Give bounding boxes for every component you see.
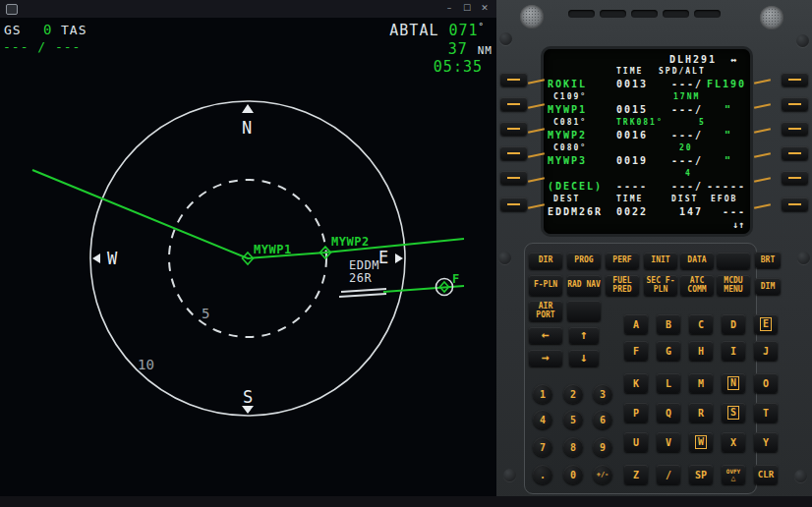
- titlebar: – ☐ ✕: [0, 0, 496, 18]
- waypoint1-label: MYWP1: [254, 243, 292, 256]
- fix-label: F: [452, 272, 459, 286]
- dim-key[interactable]: DIM: [755, 278, 781, 295]
- fpln-label-row: C109° 17NM: [544, 92, 750, 104]
- dest-ident: EDDM26R: [548, 206, 603, 217]
- range-label-inner: 5: [202, 306, 209, 321]
- slew-down-key[interactable]: ↓: [569, 350, 599, 366]
- vent-slot: [631, 10, 658, 18]
- key-y[interactable]: Y: [754, 432, 778, 452]
- key-9[interactable]: 9: [593, 437, 612, 457]
- lsk-right-3[interactable]: [782, 122, 808, 136]
- lsk-left-5[interactable]: [500, 171, 527, 185]
- key-space[interactable]: SP: [689, 465, 713, 484]
- key-w[interactable]: W: [689, 432, 713, 452]
- key-j[interactable]: J: [754, 341, 778, 361]
- key-m[interactable]: M: [689, 373, 713, 393]
- lsk-right-4[interactable]: [782, 146, 808, 160]
- key-e[interactable]: E: [754, 314, 778, 334]
- brt-key[interactable]: BRT: [755, 252, 781, 268]
- runway-symbol: [339, 294, 386, 297]
- key-q[interactable]: Q: [657, 403, 680, 422]
- key-2[interactable]: 2: [563, 384, 583, 404]
- key-a[interactable]: A: [624, 314, 648, 334]
- vent-slot: [694, 10, 721, 18]
- close-button[interactable]: ✕: [477, 1, 493, 16]
- clr-key[interactable]: CLR: [754, 465, 778, 484]
- radnav-key[interactable]: RAD NAV: [567, 275, 601, 296]
- key-c[interactable]: C: [689, 314, 713, 334]
- east-pointer-icon: [395, 254, 403, 263]
- lsk-right-5[interactable]: [782, 171, 808, 185]
- lsk-left-3[interactable]: [500, 122, 527, 136]
- fpln-key[interactable]: F-PLN: [529, 275, 562, 296]
- column-header-time: TIME: [616, 67, 643, 76]
- screw-icon: [794, 470, 807, 482]
- key-0[interactable]: 0: [563, 465, 583, 484]
- key-x[interactable]: X: [722, 432, 745, 452]
- key-l[interactable]: L: [657, 373, 680, 393]
- key-6[interactable]: 6: [593, 410, 612, 429]
- key-o[interactable]: O: [754, 373, 778, 393]
- mcdu-screen: DLH291 ↔ TIME SPD/ALT ROKIL 0013 ---/ FL…: [544, 49, 750, 234]
- dist-header: DIST: [671, 195, 698, 203]
- key-p[interactable]: P: [624, 403, 648, 422]
- row-spd: ---/: [671, 155, 703, 166]
- key-5[interactable]: 5: [563, 410, 583, 429]
- key-n[interactable]: N: [722, 373, 745, 393]
- key-s[interactable]: S: [722, 403, 745, 422]
- prog-key[interactable]: PROG: [567, 253, 601, 269]
- key-b[interactable]: B: [657, 314, 680, 334]
- key-u[interactable]: U: [624, 432, 648, 452]
- maximize-button[interactable]: ☐: [459, 1, 475, 16]
- slew-up-key[interactable]: ↑: [569, 327, 599, 344]
- init-key[interactable]: INIT: [644, 253, 677, 269]
- key-v[interactable]: V: [657, 432, 680, 452]
- airport-label: EDDM: [349, 258, 379, 272]
- blank-key[interactable]: [717, 253, 750, 269]
- minimize-button[interactable]: –: [441, 1, 457, 16]
- time-header: TIME: [616, 195, 643, 203]
- lsk-right-2[interactable]: [782, 97, 808, 111]
- blank-key[interactable]: [567, 301, 601, 321]
- key-plusminus[interactable]: +/-: [593, 465, 612, 484]
- perf-key[interactable]: PERF: [606, 253, 639, 269]
- key-h[interactable]: H: [689, 341, 713, 361]
- key-f[interactable]: F: [624, 341, 648, 361]
- leg-distance: 4: [685, 169, 692, 178]
- slew-left-key[interactable]: ←: [529, 327, 562, 344]
- key-z[interactable]: Z: [624, 465, 648, 484]
- screw-icon: [796, 34, 809, 47]
- lsk-right-1[interactable]: [782, 73, 808, 86]
- dir-key[interactable]: DIR: [529, 253, 562, 269]
- key-8[interactable]: 8: [563, 437, 583, 457]
- screw-icon: [499, 32, 512, 45]
- fuelpred-key[interactable]: FUEL PRED: [606, 275, 639, 296]
- key-decimal[interactable]: .: [533, 465, 552, 484]
- lsk-pointer: [528, 103, 545, 108]
- key-4[interactable]: 4: [533, 410, 552, 429]
- key-slash[interactable]: /: [657, 465, 680, 484]
- key-k[interactable]: K: [624, 373, 648, 393]
- key-d[interactable]: D: [722, 314, 745, 334]
- key-1[interactable]: 1: [533, 384, 552, 404]
- slew-right-key[interactable]: →: [529, 350, 562, 366]
- lsk-pointer: [754, 177, 771, 182]
- secfpln-key[interactable]: SEC F-PLN: [644, 275, 677, 296]
- mcdumenu-key[interactable]: MCDU MENU: [717, 275, 750, 296]
- key-r[interactable]: R: [689, 403, 713, 422]
- lsk-pointer: [528, 203, 545, 208]
- ovfy-key[interactable]: OVFY△: [722, 465, 745, 484]
- lsk-left-6[interactable]: [500, 197, 527, 211]
- lsk-right-6[interactable]: [782, 197, 808, 211]
- key-t[interactable]: T: [754, 403, 778, 422]
- lsk-left-2[interactable]: [500, 97, 527, 111]
- data-key[interactable]: DATA: [680, 253, 714, 269]
- atccomm-key[interactable]: ATC COMM: [680, 275, 714, 296]
- key-7[interactable]: 7: [533, 437, 552, 457]
- key-i[interactable]: I: [722, 341, 745, 361]
- key-g[interactable]: G: [657, 341, 680, 361]
- lsk-left-4[interactable]: [500, 146, 527, 160]
- key-3[interactable]: 3: [593, 384, 612, 404]
- lsk-left-1[interactable]: [500, 73, 527, 86]
- airport-key[interactable]: AIR PORT: [529, 301, 562, 321]
